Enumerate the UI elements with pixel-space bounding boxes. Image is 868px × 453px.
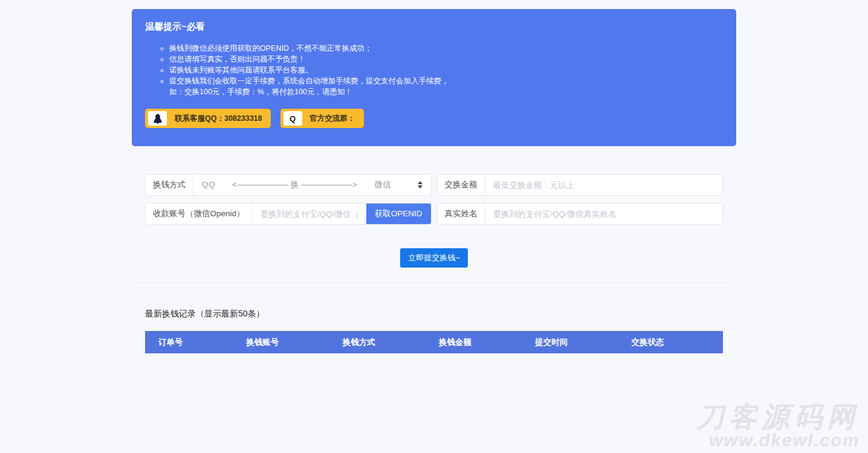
notice-item-text: 诺换钱未到账等其他问题请联系平台客服。 — [169, 66, 313, 74]
qq-group-icon: Q — [283, 111, 302, 126]
notice-panel: 温馨提示~必看 换钱到微信必须使用获取的OPENID，不然不能正常换成功； 信息… — [132, 9, 736, 146]
exchange-method-group: 换钱方式 QQ <—————— 换 ——————> 微信 — [145, 174, 432, 196]
column-header-account: 换钱账号 — [241, 337, 337, 348]
notice-item-text: 如：交换100元，手续费：%，将付款100元，请悉知！ — [169, 88, 352, 96]
contact-qq-button[interactable]: 联系客服QQ：308233318 — [145, 109, 271, 128]
records-table-header: 订单号 换钱账号 换钱方式 换钱金额 提交时间 交换状态 — [145, 331, 723, 353]
notice-buttons-row: 联系客服QQ：308233318 Q 官方交流群： — [145, 109, 723, 128]
receive-account-input[interactable] — [253, 204, 366, 224]
receive-account-label: 收款账号（微信Openid） — [146, 204, 253, 224]
exchange-method-value: QQ <—————— 换 ——————> 微信 — [202, 179, 391, 190]
official-group-button[interactable]: Q 官方交流群： — [280, 109, 364, 128]
watermark-url-text: www.dkewl.com — [696, 431, 860, 450]
exchange-method-label: 换钱方式 — [146, 175, 193, 195]
get-openid-button[interactable]: 获取OPENID — [366, 204, 431, 224]
exchange-amount-input[interactable] — [485, 175, 723, 195]
notice-item: 信息请填写真实，否则出问题不予负责！ — [169, 54, 723, 65]
notice-item-text: 信息请填写真实，否则出问题不予负责！ — [169, 55, 305, 63]
column-header-status: 交换状态 — [627, 337, 723, 348]
qq-penguin-icon — [148, 111, 167, 126]
submit-exchange-button[interactable]: 立即提交换钱~ — [400, 248, 468, 268]
site-watermark: 刀客源码网 www.dkewl.com — [696, 403, 860, 450]
section-divider — [135, 282, 733, 283]
notice-title: 温馨提示~必看 — [145, 21, 723, 33]
notice-item-text: 提交换钱我们会收取一定手续费，系统会自动增加手续费，提交支付会加入手续费， — [169, 77, 449, 85]
column-header-amount: 换钱金额 — [434, 337, 530, 348]
exchange-method-select[interactable]: QQ <—————— 换 ——————> 微信 — [193, 175, 431, 195]
column-header-submit-time: 提交时间 — [530, 337, 626, 348]
select-caret-icon — [418, 181, 423, 188]
real-name-input[interactable] — [485, 204, 723, 224]
form-divider — [145, 239, 723, 239]
exchange-amount-label: 交换金额 — [438, 175, 485, 195]
real-name-label: 真实姓名 — [438, 204, 485, 224]
notice-item: 换钱到微信必须使用获取的OPENID，不然不能正常换成功； — [169, 43, 723, 54]
real-name-group: 真实姓名 — [437, 203, 724, 225]
notice-item: 诺换钱未到账等其他问题请联系平台客服。 — [169, 65, 723, 76]
contact-qq-label: 联系客服QQ：308233318 — [175, 114, 262, 124]
exchange-amount-group: 交换金额 — [437, 174, 724, 196]
notice-list: 换钱到微信必须使用获取的OPENID，不然不能正常换成功； 信息请填写真实，否则… — [145, 43, 723, 97]
notice-item-text: 换钱到微信必须使用获取的OPENID，不然不能正常换成功； — [169, 44, 372, 53]
column-header-order-id: 订单号 — [145, 337, 241, 348]
notice-item: 提交换钱我们会收取一定手续费，系统会自动增加手续费，提交支付会加入手续费， 如：… — [169, 76, 723, 97]
main-container: 温馨提示~必看 换钱到微信必须使用获取的OPENID，不然不能正常换成功； 信息… — [132, 0, 736, 353]
official-group-label: 官方交流群： — [310, 114, 355, 124]
receive-account-group: 收款账号（微信Openid） 获取OPENID — [145, 203, 432, 225]
column-header-method: 换钱方式 — [338, 337, 434, 348]
records-title: 最新换钱记录（显示最新50条） — [145, 309, 723, 320]
exchange-form: 换钱方式 QQ <—————— 换 ——————> 微信 交换金额 收款账号（微… — [145, 174, 723, 268]
watermark-cjk-text: 刀客源码网 — [696, 403, 860, 431]
